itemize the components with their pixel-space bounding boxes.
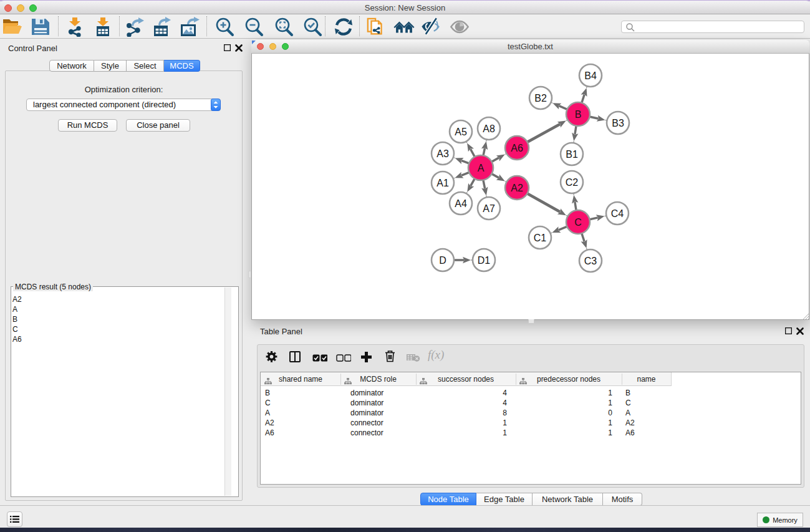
svg-text:A3: A3 (436, 148, 449, 159)
svg-text:A4: A4 (455, 198, 467, 209)
svg-text:D: D (439, 255, 446, 266)
svg-text:A1: A1 (436, 178, 449, 188)
svg-text:C4: C4 (611, 208, 624, 219)
svg-text:B1: B1 (566, 149, 578, 160)
svg-text:B2: B2 (534, 93, 547, 104)
svg-text:A: A (478, 163, 485, 173)
svg-text:B: B (575, 109, 582, 120)
svg-text:B3: B3 (612, 118, 624, 128)
svg-text:B4: B4 (584, 70, 597, 81)
svg-text:C2: C2 (566, 177, 579, 188)
svg-text:C: C (574, 217, 582, 228)
svg-text:A5: A5 (455, 127, 467, 137)
svg-text:C1: C1 (534, 233, 547, 243)
svg-text:A8: A8 (483, 123, 495, 134)
svg-text:D1: D1 (478, 255, 491, 266)
svg-text:C3: C3 (584, 256, 597, 266)
svg-text:A6: A6 (511, 143, 523, 153)
svg-text:A7: A7 (483, 203, 495, 214)
svg-text:A2: A2 (511, 183, 523, 193)
